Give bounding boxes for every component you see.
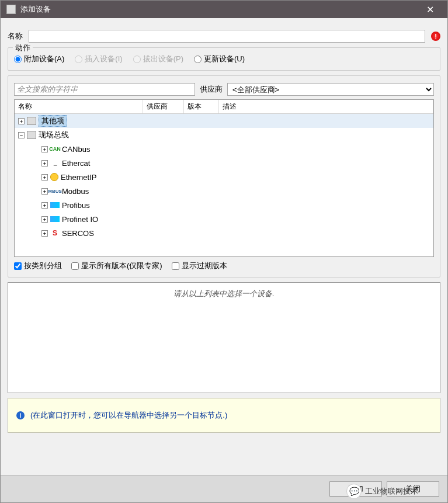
detail-panel: 请从以上列表中选择一个设备. (8, 282, 440, 393)
window-title: 添加设备 (20, 4, 418, 15)
tree-node-other[interactable]: + 其他项 (15, 114, 433, 128)
expander-icon[interactable]: + (41, 216, 48, 223)
check-group-by-category[interactable]: 按类别分组 (14, 261, 62, 271)
ethercat-icon: ⎯ (50, 159, 60, 167)
profibus-icon (50, 202, 60, 208)
col-version[interactable]: 版本 (184, 100, 219, 113)
filter-checks: 按类别分组 显示所有版本(仅限专家) 显示过期版本 (14, 261, 434, 271)
radio-append[interactable]: 附加设备(A) (14, 54, 64, 64)
close-dialog-button[interactable]: 关闭 (387, 481, 439, 497)
expander-icon[interactable]: + (41, 230, 48, 237)
tree-body[interactable]: + 其他项 − 现场总线 + CAN CANbus (15, 114, 433, 256)
search-row: 供应商 <全部供应商> (14, 83, 434, 96)
col-desc[interactable]: 描述 (219, 100, 433, 113)
action-radios: 附加设备(A) 插入设备(I) 拔出设备(P) 更新设备(U) (14, 54, 434, 64)
tree-node-modbus[interactable]: + MBUS Modbus (15, 184, 433, 198)
info-panel: i (在此窗口打开时，您可以在导航器中选择另一个目标节点.) (8, 398, 440, 433)
ethernetip-icon (50, 173, 58, 181)
add-device-dialog: 添加设备 ✕ 名称 ! 动作 附加设备(A) 插入设备(I) 拔出设备(P) 更… (0, 0, 448, 503)
vendor-select[interactable]: <全部供应商> (227, 83, 434, 96)
expander-icon[interactable]: + (41, 174, 48, 181)
tree-node-ethercat[interactable]: + ⎯ Ethercat (15, 156, 433, 170)
name-input[interactable] (29, 30, 425, 43)
tree-node-canbus[interactable]: + CAN CANbus (15, 142, 433, 156)
tree-node-profinet[interactable]: + Profinet IO (15, 212, 433, 226)
expander-icon[interactable]: + (41, 188, 48, 195)
check-show-expired[interactable]: 显示过期版本 (172, 261, 227, 271)
error-icon: ! (431, 32, 440, 41)
footer: 添加 关闭 💬 工业物联网技术 (1, 475, 447, 502)
info-icon: i (16, 411, 25, 419)
tree-header: 名称 供应商 版本 描述 (15, 100, 433, 114)
expander-icon[interactable]: + (41, 160, 48, 166)
name-row: 名称 ! (8, 30, 440, 43)
radio-insert: 插入设备(I) (75, 54, 122, 64)
profinet-icon (50, 216, 60, 222)
radio-update[interactable]: 更新设备(U) (194, 54, 245, 64)
canbus-icon: CAN (50, 145, 60, 153)
expander-icon[interactable]: + (41, 202, 48, 209)
col-vendor[interactable]: 供应商 (143, 100, 184, 113)
close-button[interactable]: ✕ (418, 1, 442, 18)
content-area: 名称 ! 动作 附加设备(A) 插入设备(I) 拔出设备(P) 更新设备(U) … (1, 18, 447, 475)
info-text: (在此窗口打开时，您可以在导航器中选择另一个目标节点.) (30, 410, 227, 421)
device-icon (27, 117, 36, 125)
name-label: 名称 (8, 31, 23, 41)
expander-icon[interactable]: + (41, 146, 48, 152)
expander-icon[interactable]: + (18, 118, 25, 124)
device-picker-group: 供应商 <全部供应商> 名称 供应商 版本 描述 + 其他项 (8, 75, 440, 277)
titlebar: 添加设备 ✕ (1, 1, 447, 18)
device-icon (27, 131, 36, 139)
action-group-title: 动作 (13, 43, 33, 53)
device-tree: 名称 供应商 版本 描述 + 其他项 − 现场总线 (14, 99, 434, 257)
window-icon (6, 5, 16, 14)
sercos-icon: S (50, 229, 60, 237)
check-show-all-versions[interactable]: 显示所有版本(仅限专家) (71, 261, 162, 271)
add-button[interactable]: 添加 (329, 481, 382, 497)
vendor-label: 供应商 (200, 84, 223, 95)
modbus-icon: MBUS (50, 187, 60, 195)
col-name[interactable]: 名称 (15, 100, 143, 113)
radio-extract: 拔出设备(P) (133, 54, 183, 64)
expander-icon[interactable]: − (18, 132, 25, 138)
tree-node-sercos[interactable]: + S SERCOS (15, 226, 433, 240)
tree-node-ethernetip[interactable]: + EthernetIP (15, 170, 433, 184)
detail-hint: 请从以上列表中选择一个设备. (173, 289, 275, 298)
action-group: 动作 附加设备(A) 插入设备(I) 拔出设备(P) 更新设备(U) (8, 47, 440, 71)
search-input[interactable] (14, 83, 195, 96)
tree-node-profibus[interactable]: + Profibus (15, 198, 433, 212)
tree-node-fieldbus[interactable]: − 现场总线 (15, 128, 433, 142)
